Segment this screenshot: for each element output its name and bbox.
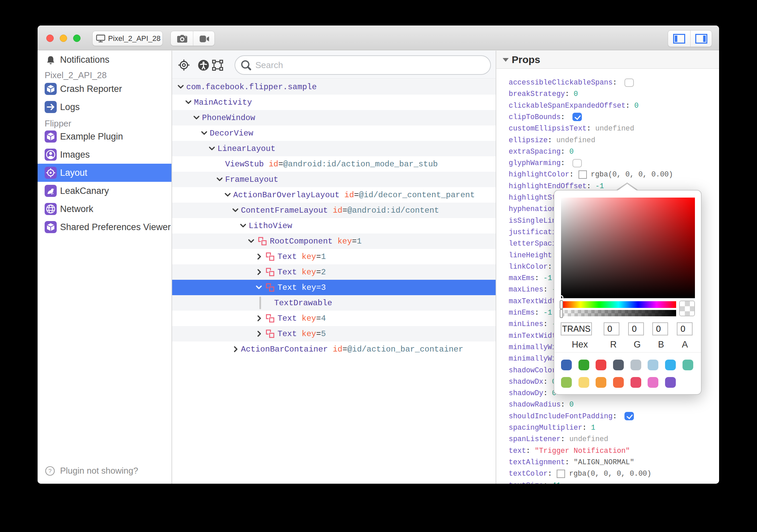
- svg-text:?: ?: [48, 468, 51, 474]
